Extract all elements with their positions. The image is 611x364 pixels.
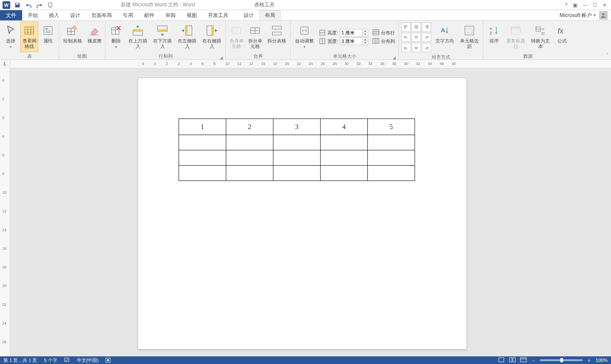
align-bot-left[interactable] [401, 43, 411, 52]
properties-button[interactable]: 属性 [39, 22, 57, 52]
align-mid-right[interactable] [422, 33, 431, 42]
table-cell[interactable] [273, 150, 321, 166]
align-top-left[interactable] [401, 23, 411, 32]
tab-table-layout[interactable]: 布局 [259, 10, 281, 20]
tab-table-design[interactable]: 设计 [238, 10, 259, 20]
ribbon-options-icon[interactable]: ▣ [573, 2, 577, 8]
redo-icon[interactable] [36, 1, 43, 9]
eraser-button[interactable]: 橡皮擦 [85, 22, 103, 52]
document-table[interactable]: 12345 [179, 119, 415, 181]
zoom-thumb[interactable] [560, 358, 563, 362]
table-cell[interactable]: 5 [368, 119, 415, 135]
table-cell[interactable] [321, 150, 368, 166]
table-cell[interactable]: 1 [179, 119, 226, 135]
collapse-ribbon-icon[interactable]: ˆ [607, 53, 608, 58]
delete-button[interactable]: 删除▾ [107, 22, 125, 52]
height-input[interactable] [340, 29, 362, 36]
spin-down-icon[interactable]: ▼ [363, 41, 368, 45]
text-direction-button[interactable]: A 文字方向 [433, 22, 457, 52]
table-cell[interactable] [226, 150, 273, 166]
qat-customize-icon[interactable] [47, 1, 54, 9]
table-cell[interactable] [273, 166, 321, 181]
autofit-button[interactable]: 自动调整▾ [293, 22, 316, 52]
page[interactable]: 12345 [138, 78, 467, 350]
spin-up-icon[interactable]: ▲ [363, 29, 368, 33]
proofing-icon[interactable] [64, 358, 70, 363]
tab-home[interactable]: 开始 [22, 10, 43, 20]
print-layout-view-icon[interactable] [498, 357, 505, 363]
tab-insert[interactable]: 插入 [43, 10, 65, 20]
tab-page-layout[interactable]: 页面布局 [86, 10, 117, 20]
maximize-icon[interactable]: ☐ [593, 2, 597, 8]
undo-icon[interactable] [25, 1, 32, 9]
language-indicator[interactable]: 中文(中国) [77, 357, 99, 364]
cell-margins-button[interactable]: 单元格边距 [458, 22, 481, 52]
save-icon[interactable] [14, 1, 21, 9]
table-cell[interactable] [179, 150, 226, 166]
view-gridlines-button[interactable]: 查看网格线 [20, 22, 38, 52]
zoom-level[interactable]: 100% [596, 358, 608, 363]
table-cell[interactable] [179, 166, 226, 181]
align-bot-center[interactable] [412, 43, 421, 52]
select-button[interactable]: 选择▾ [2, 22, 20, 52]
distribute-rows-button[interactable]: 分布行 [372, 29, 395, 36]
tab-references[interactable]: 引用 [117, 10, 139, 20]
table-cell[interactable] [226, 166, 273, 181]
document-area[interactable]: 12345 [10, 68, 611, 356]
height-spinner[interactable]: ▲▼ [340, 29, 368, 37]
table-cell[interactable] [321, 135, 368, 150]
dialog-launcher-icon[interactable]: ◢ [220, 56, 223, 60]
spin-down-icon[interactable]: ▼ [363, 33, 368, 36]
spin-up-icon[interactable]: ▲ [363, 38, 368, 41]
zoom-slider[interactable] [540, 359, 583, 361]
page-indicator[interactable]: 第 1 页，共 1 页 [3, 357, 37, 364]
table-row[interactable] [179, 166, 415, 181]
convert-text-button[interactable]: 转换为文本 [529, 22, 552, 52]
dialog-launcher-icon[interactable]: ◢ [393, 56, 396, 60]
web-layout-view-icon[interactable] [520, 357, 527, 363]
read-mode-view-icon[interactable] [509, 357, 516, 363]
split-cells-button[interactable]: 拆分单元格 [246, 22, 264, 52]
tab-design[interactable]: 设计 [65, 10, 86, 20]
table-cell[interactable] [226, 135, 273, 150]
insert-above-button[interactable]: 在上方插入 [126, 22, 150, 52]
close-icon[interactable]: ✕ [602, 2, 607, 8]
align-mid-center[interactable] [412, 33, 421, 42]
tab-review[interactable]: 审阅 [160, 10, 181, 20]
sort-button[interactable]: AZ 排序 [485, 22, 503, 52]
table-cell[interactable] [179, 135, 226, 150]
table-cell[interactable] [321, 166, 368, 181]
table-row[interactable]: 12345 [179, 119, 415, 135]
width-spinner[interactable]: ▲▼ [340, 37, 368, 45]
width-input[interactable] [340, 38, 362, 45]
insert-right-button[interactable]: 在右侧插入 [200, 22, 224, 52]
tab-view[interactable]: 视图 [181, 10, 202, 20]
table-cell[interactable]: 3 [273, 119, 321, 135]
align-top-right[interactable] [422, 23, 431, 32]
distribute-cols-button[interactable]: 分布列 [372, 38, 395, 45]
table-row[interactable] [179, 150, 415, 166]
tab-developer[interactable]: 开发工具 [202, 10, 234, 20]
account-area[interactable]: Microsoft 帐户 ▼ [560, 10, 611, 20]
align-bot-right[interactable] [422, 43, 431, 52]
split-table-button[interactable]: 拆分表格 [265, 22, 289, 52]
word-count[interactable]: 5 个字 [44, 357, 57, 364]
help-icon[interactable]: ? [565, 2, 568, 8]
align-top-center[interactable] [412, 23, 421, 32]
table-cell[interactable] [273, 135, 321, 150]
formula-button[interactable]: fx 公式 [553, 22, 571, 52]
macro-icon[interactable] [105, 358, 111, 363]
zoom-in-button[interactable]: ＋ [587, 357, 591, 364]
draw-table-button[interactable]: 绘制表格 [61, 22, 85, 52]
table-cell[interactable] [368, 166, 415, 181]
align-mid-left[interactable] [401, 33, 411, 42]
horizontal-ruler[interactable]: 6422468101214161820222426283032343638404… [10, 60, 611, 68]
table-cell[interactable]: 2 [226, 119, 273, 135]
zoom-out-button[interactable]: － [531, 357, 536, 364]
table-cell[interactable]: 4 [321, 119, 368, 135]
insert-below-button[interactable]: 在下方插入 [151, 22, 174, 52]
table-cell[interactable] [368, 150, 415, 166]
tab-file[interactable]: 文件 [0, 10, 22, 20]
table-row[interactable] [179, 135, 415, 150]
vertical-ruler[interactable]: 422468101214161820222426 [0, 68, 10, 356]
